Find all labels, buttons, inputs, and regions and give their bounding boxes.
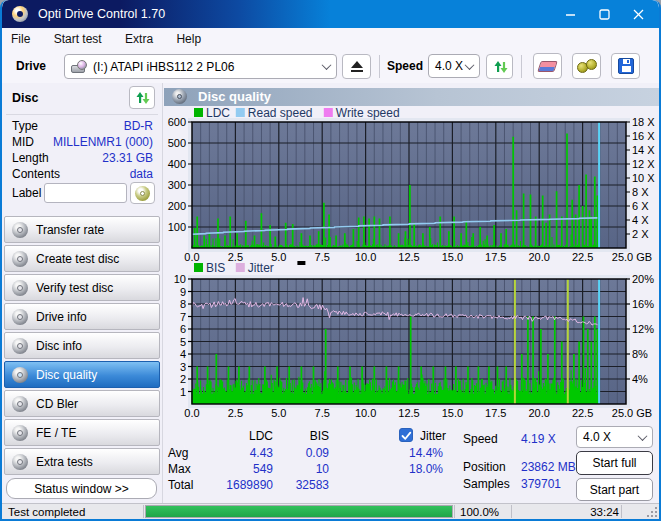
- menu-help[interactable]: Help: [166, 28, 211, 46]
- disc-length-value: 23.31 GB: [102, 151, 153, 165]
- svg-text:15.0: 15.0: [442, 407, 463, 419]
- toolbar: Drive (I:) ATAPI iHBS112 2 PL06 Speed 4.…: [2, 50, 659, 83]
- minimize-button[interactable]: [553, 0, 587, 28]
- speed-row-label: Speed: [463, 432, 498, 446]
- avg-jitter-value: 14.4%: [373, 446, 443, 460]
- menu-file[interactable]: File: [2, 28, 40, 46]
- svg-text:7: 7: [180, 311, 186, 323]
- svg-text:10 X: 10 X: [632, 172, 655, 184]
- jitter-checkbox[interactable]: [399, 428, 413, 442]
- total-bis-value: 32583: [279, 478, 329, 492]
- disc-label-label: Label: [12, 186, 41, 200]
- start-full-button[interactable]: Start full: [576, 451, 653, 475]
- save-button[interactable]: [611, 53, 640, 79]
- sidebar-item-label: Create test disc: [36, 252, 119, 266]
- test-speed-value: 4.0 X: [583, 430, 611, 444]
- svg-text:0.0: 0.0: [184, 407, 199, 419]
- progress-fill: [146, 506, 452, 517]
- sidebar-item-extra-tests[interactable]: Extra tests: [4, 448, 160, 475]
- test-speed-select[interactable]: 4.0 X: [576, 426, 653, 448]
- results-panel: LDC BIS Jitter Avg 4.43 0.09 14.4% Max 5…: [163, 425, 661, 503]
- svg-text:16 X: 16 X: [632, 130, 655, 142]
- sidebar-item-drive-info[interactable]: Drive info: [4, 303, 160, 330]
- progress-percent: 100.0%: [460, 504, 499, 519]
- disc-mid-value: MILLENMR1 (000): [53, 135, 153, 149]
- avg-ldc-value: 4.43: [218, 446, 273, 460]
- maximize-button[interactable]: [587, 0, 621, 28]
- menu-bar: File Start test Extra Help: [2, 28, 659, 50]
- sidebar-item-create-test-disc[interactable]: Create test disc: [4, 245, 160, 272]
- progress-bar: [145, 505, 453, 518]
- svg-text:2 X: 2 X: [632, 228, 649, 240]
- svg-text:1: 1: [180, 386, 186, 398]
- disc-label-input[interactable]: [44, 183, 127, 203]
- max-ldc-value: 549: [218, 462, 273, 476]
- svg-text:9: 9: [180, 286, 186, 298]
- sidebar-item-transfer-rate[interactable]: Transfer rate: [4, 216, 160, 243]
- drive-label: Drive: [16, 59, 46, 73]
- close-button[interactable]: [621, 0, 655, 28]
- refresh-button[interactable]: [486, 54, 513, 79]
- eject-icon: [351, 61, 363, 73]
- svg-text:8%: 8%: [632, 348, 648, 360]
- max-bis-value: 10: [279, 462, 329, 476]
- sidebar-item-label: Disc info: [36, 339, 82, 353]
- explore-button[interactable]: [572, 53, 601, 79]
- svg-text:14 X: 14 X: [632, 144, 655, 156]
- sidebar-item-label: FE / TE: [36, 426, 76, 440]
- ldc-column-header: LDC: [233, 429, 273, 443]
- sidebar-item-disc-quality[interactable]: Disc quality: [4, 361, 160, 388]
- position-row-value: 23862 MB: [521, 460, 576, 474]
- sidebar-item-label: Transfer rate: [36, 223, 104, 237]
- status-text: Test completed: [8, 504, 85, 519]
- disc-test-icon: [12, 396, 28, 412]
- speed-label: Speed: [387, 59, 423, 73]
- drive-icon: [71, 60, 87, 73]
- svg-text:7.5: 7.5: [315, 407, 330, 419]
- window-title: Opti Drive Control 1.70: [38, 0, 165, 28]
- resize-grip[interactable]: [647, 507, 657, 517]
- disc-type-value: BD-R: [124, 119, 153, 133]
- sidebar-item-label: Verify test disc: [36, 281, 113, 295]
- total-ldc-value: 1689890: [218, 478, 273, 492]
- bis-jitter-chart: 123456789104%8%12%16%20%0.02.55.07.510.0…: [164, 259, 660, 427]
- svg-text:Read speed: Read speed: [248, 106, 313, 120]
- menu-extra[interactable]: Extra: [115, 28, 163, 46]
- svg-text:400: 400: [168, 158, 186, 170]
- svg-text:5.0: 5.0: [271, 407, 286, 419]
- eject-button[interactable]: [342, 54, 371, 79]
- disc-contents-value: data: [130, 167, 153, 181]
- avg-bis-value: 0.09: [279, 446, 329, 460]
- svg-text:16%: 16%: [632, 298, 654, 310]
- svg-text:500: 500: [168, 137, 186, 149]
- status-window-button[interactable]: Status window >>: [6, 478, 157, 499]
- sidebar-item-label: Disc quality: [36, 368, 97, 382]
- sidebar-item-fe-te[interactable]: FE / TE: [4, 419, 160, 446]
- chevron-down-icon: [322, 60, 332, 70]
- chevron-down-icon: [465, 60, 475, 70]
- main-panel: Disc quality 1002003004005006002 X4 X6 X…: [163, 83, 661, 503]
- sidebar-item-cd-bler[interactable]: CD Bler: [4, 390, 160, 417]
- erase-disc-button[interactable]: [533, 53, 562, 79]
- speed-select-value: 4.0 X: [435, 59, 463, 73]
- max-row-label: Max: [168, 462, 191, 476]
- speed-select[interactable]: 4.0 X: [428, 54, 480, 78]
- svg-text:2: 2: [180, 373, 186, 385]
- svg-text:17.5: 17.5: [485, 407, 506, 419]
- svg-text:8 X: 8 X: [632, 186, 649, 198]
- start-part-button[interactable]: Start part: [576, 478, 653, 501]
- menu-start-test[interactable]: Start test: [44, 28, 112, 46]
- sidebar-item-verify-test-disc[interactable]: Verify test disc: [4, 274, 160, 301]
- disc-refresh-button[interactable]: [129, 86, 155, 109]
- svg-text:5: 5: [180, 336, 186, 348]
- svg-text:2.5: 2.5: [228, 407, 243, 419]
- svg-text:200: 200: [168, 200, 186, 212]
- disc-label-button[interactable]: [130, 182, 155, 204]
- svg-text:Write speed: Write speed: [336, 106, 400, 120]
- drive-select[interactable]: (I:) ATAPI iHBS112 2 PL06: [64, 54, 337, 79]
- sidebar-item-disc-info[interactable]: Disc info: [4, 332, 160, 359]
- disc-test-icon: [12, 367, 28, 383]
- disc-mid-label: MID: [12, 135, 34, 149]
- svg-text:Jitter: Jitter: [248, 261, 274, 275]
- position-row-label: Position: [463, 460, 506, 474]
